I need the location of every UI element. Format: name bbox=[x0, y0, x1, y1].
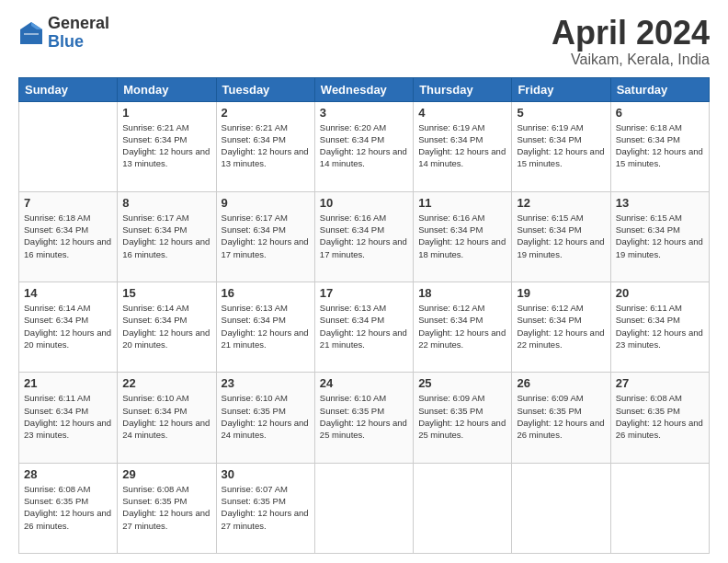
day-number: 23 bbox=[222, 376, 310, 390]
day-number: 6 bbox=[616, 106, 704, 120]
day-number: 25 bbox=[418, 376, 506, 390]
day-number: 22 bbox=[122, 376, 210, 390]
day-info: Sunrise: 6:13 AMSunset: 6:34 PMDaylight:… bbox=[320, 303, 407, 350]
day-info: Sunrise: 6:14 AMSunset: 6:34 PMDaylight:… bbox=[122, 303, 210, 350]
col-saturday: Saturday bbox=[610, 77, 709, 101]
table-row: 3 Sunrise: 6:20 AMSunset: 6:34 PMDayligh… bbox=[314, 101, 413, 191]
day-number: 24 bbox=[320, 376, 408, 390]
table-row: 18 Sunrise: 6:12 AMSunset: 6:34 PMDaylig… bbox=[414, 282, 512, 373]
day-number: 20 bbox=[616, 286, 704, 300]
day-info: Sunrise: 6:12 AMSunset: 6:34 PMDaylight:… bbox=[418, 303, 506, 350]
day-number: 7 bbox=[24, 196, 112, 210]
table-row: 19 Sunrise: 6:12 AMSunset: 6:34 PMDaylig… bbox=[512, 282, 610, 373]
col-friday: Friday bbox=[512, 77, 610, 101]
day-info: Sunrise: 6:14 AMSunset: 6:34 PMDaylight:… bbox=[24, 303, 111, 350]
day-number: 26 bbox=[517, 376, 605, 390]
svg-rect-2 bbox=[24, 33, 39, 35]
day-number: 19 bbox=[517, 286, 605, 300]
day-number: 11 bbox=[418, 196, 506, 210]
day-info: Sunrise: 6:15 AMSunset: 6:34 PMDaylight:… bbox=[616, 213, 703, 259]
table-row: 21 Sunrise: 6:11 AMSunset: 6:34 PMDaylig… bbox=[19, 373, 118, 463]
col-tuesday: Tuesday bbox=[216, 77, 314, 101]
logo-text: General Blue bbox=[48, 15, 109, 52]
day-number: 4 bbox=[418, 106, 506, 120]
day-info: Sunrise: 6:18 AMSunset: 6:34 PMDaylight:… bbox=[616, 122, 703, 169]
day-info: Sunrise: 6:11 AMSunset: 6:34 PMDaylight:… bbox=[616, 303, 703, 350]
table-row: 17 Sunrise: 6:13 AMSunset: 6:34 PMDaylig… bbox=[314, 282, 413, 373]
day-info: Sunrise: 6:18 AMSunset: 6:34 PMDaylight:… bbox=[24, 213, 111, 259]
day-number: 1 bbox=[122, 106, 210, 120]
table-row: 24 Sunrise: 6:10 AMSunset: 6:35 PMDaylig… bbox=[314, 373, 413, 463]
day-number: 15 bbox=[122, 286, 210, 300]
day-number: 8 bbox=[122, 196, 210, 210]
table-row: 16 Sunrise: 6:13 AMSunset: 6:34 PMDaylig… bbox=[216, 282, 314, 373]
table-row: 8 Sunrise: 6:17 AMSunset: 6:34 PMDayligh… bbox=[118, 191, 216, 282]
day-info: Sunrise: 6:19 AMSunset: 6:34 PMDaylight:… bbox=[517, 122, 604, 169]
day-number: 29 bbox=[122, 467, 210, 481]
table-row: 23 Sunrise: 6:10 AMSunset: 6:35 PMDaylig… bbox=[216, 373, 314, 463]
day-number: 13 bbox=[616, 196, 704, 210]
table-row: 25 Sunrise: 6:09 AMSunset: 6:35 PMDaylig… bbox=[414, 373, 512, 463]
title-block: April 2024 Vaikam, Kerala, India bbox=[552, 15, 710, 68]
day-number: 21 bbox=[24, 376, 112, 390]
day-info: Sunrise: 6:10 AMSunset: 6:35 PMDaylight:… bbox=[222, 393, 309, 440]
calendar-week-row: 1 Sunrise: 6:21 AMSunset: 6:34 PMDayligh… bbox=[19, 101, 710, 191]
table-row: 6 Sunrise: 6:18 AMSunset: 6:34 PMDayligh… bbox=[610, 101, 709, 191]
calendar-week-row: 21 Sunrise: 6:11 AMSunset: 6:34 PMDaylig… bbox=[19, 373, 710, 463]
table-row bbox=[610, 463, 709, 553]
table-row: 15 Sunrise: 6:14 AMSunset: 6:34 PMDaylig… bbox=[118, 282, 216, 373]
day-number: 27 bbox=[616, 376, 704, 390]
table-row: 28 Sunrise: 6:08 AMSunset: 6:35 PMDaylig… bbox=[19, 463, 118, 553]
day-info: Sunrise: 6:20 AMSunset: 6:34 PMDaylight:… bbox=[320, 122, 407, 169]
day-info: Sunrise: 6:19 AMSunset: 6:34 PMDaylight:… bbox=[418, 122, 506, 169]
day-info: Sunrise: 6:13 AMSunset: 6:34 PMDaylight:… bbox=[222, 303, 309, 350]
logo: General Blue bbox=[18, 15, 109, 52]
day-info: Sunrise: 6:08 AMSunset: 6:35 PMDaylight:… bbox=[616, 393, 703, 440]
day-info: Sunrise: 6:08 AMSunset: 6:35 PMDaylight:… bbox=[24, 484, 111, 531]
day-number: 12 bbox=[517, 196, 605, 210]
day-info: Sunrise: 6:21 AMSunset: 6:34 PMDaylight:… bbox=[122, 122, 210, 169]
table-row: 1 Sunrise: 6:21 AMSunset: 6:34 PMDayligh… bbox=[118, 101, 216, 191]
day-info: Sunrise: 6:07 AMSunset: 6:35 PMDaylight:… bbox=[222, 484, 309, 531]
calendar-header-row: Sunday Monday Tuesday Wednesday Thursday… bbox=[19, 77, 710, 101]
day-info: Sunrise: 6:09 AMSunset: 6:35 PMDaylight:… bbox=[517, 393, 604, 440]
day-number: 28 bbox=[24, 467, 112, 481]
title-month: April 2024 bbox=[552, 15, 710, 52]
table-row: 10 Sunrise: 6:16 AMSunset: 6:34 PMDaylig… bbox=[314, 191, 413, 282]
table-row: 26 Sunrise: 6:09 AMSunset: 6:35 PMDaylig… bbox=[512, 373, 610, 463]
table-row: 4 Sunrise: 6:19 AMSunset: 6:34 PMDayligh… bbox=[414, 101, 512, 191]
day-number: 3 bbox=[320, 106, 408, 120]
day-info: Sunrise: 6:11 AMSunset: 6:34 PMDaylight:… bbox=[24, 393, 111, 440]
calendar-week-row: 7 Sunrise: 6:18 AMSunset: 6:34 PMDayligh… bbox=[19, 191, 710, 282]
day-number: 9 bbox=[222, 196, 310, 210]
table-row bbox=[19, 101, 118, 191]
title-location: Vaikam, Kerala, India bbox=[552, 52, 710, 68]
table-row bbox=[414, 463, 512, 553]
col-thursday: Thursday bbox=[414, 77, 512, 101]
table-row: 20 Sunrise: 6:11 AMSunset: 6:34 PMDaylig… bbox=[610, 282, 709, 373]
day-info: Sunrise: 6:16 AMSunset: 6:34 PMDaylight:… bbox=[418, 213, 506, 259]
table-row: 7 Sunrise: 6:18 AMSunset: 6:34 PMDayligh… bbox=[19, 191, 118, 282]
day-number: 2 bbox=[222, 106, 310, 120]
calendar-week-row: 28 Sunrise: 6:08 AMSunset: 6:35 PMDaylig… bbox=[19, 463, 710, 553]
table-row: 22 Sunrise: 6:10 AMSunset: 6:34 PMDaylig… bbox=[118, 373, 216, 463]
table-row: 2 Sunrise: 6:21 AMSunset: 6:34 PMDayligh… bbox=[216, 101, 314, 191]
logo-icon bbox=[18, 20, 44, 46]
day-number: 10 bbox=[320, 196, 408, 210]
table-row: 5 Sunrise: 6:19 AMSunset: 6:34 PMDayligh… bbox=[512, 101, 610, 191]
day-number: 30 bbox=[222, 467, 310, 481]
day-info: Sunrise: 6:16 AMSunset: 6:34 PMDaylight:… bbox=[320, 213, 407, 259]
day-number: 16 bbox=[222, 286, 310, 300]
calendar-table: Sunday Monday Tuesday Wednesday Thursday… bbox=[18, 77, 710, 554]
table-row: 29 Sunrise: 6:08 AMSunset: 6:35 PMDaylig… bbox=[118, 463, 216, 553]
table-row: 13 Sunrise: 6:15 AMSunset: 6:34 PMDaylig… bbox=[610, 191, 709, 282]
header: General Blue April 2024 Vaikam, Kerala, … bbox=[18, 15, 710, 68]
logo-general-text: General bbox=[48, 15, 109, 33]
table-row: 9 Sunrise: 6:17 AMSunset: 6:34 PMDayligh… bbox=[216, 191, 314, 282]
day-info: Sunrise: 6:10 AMSunset: 6:34 PMDaylight:… bbox=[122, 393, 210, 440]
table-row: 14 Sunrise: 6:14 AMSunset: 6:34 PMDaylig… bbox=[19, 282, 118, 373]
calendar-week-row: 14 Sunrise: 6:14 AMSunset: 6:34 PMDaylig… bbox=[19, 282, 710, 373]
day-info: Sunrise: 6:12 AMSunset: 6:34 PMDaylight:… bbox=[517, 303, 604, 350]
table-row: 27 Sunrise: 6:08 AMSunset: 6:35 PMDaylig… bbox=[610, 373, 709, 463]
day-info: Sunrise: 6:17 AMSunset: 6:34 PMDaylight:… bbox=[122, 213, 210, 259]
